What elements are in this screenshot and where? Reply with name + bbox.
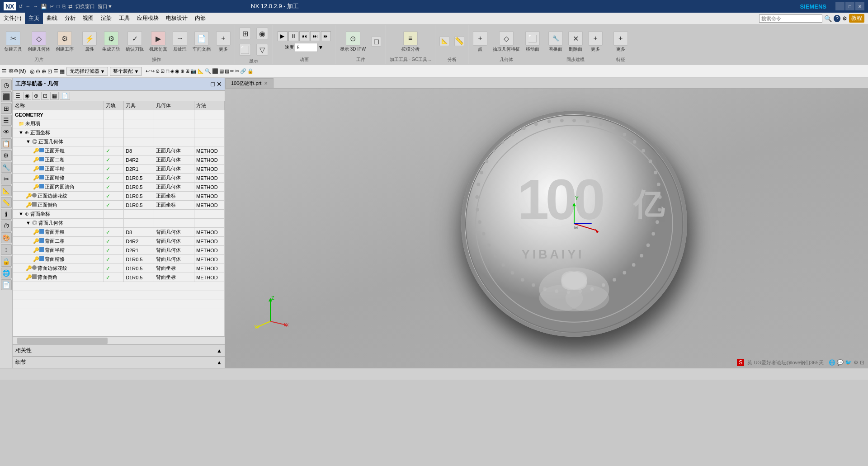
filter-dropdown[interactable]: 无选择过滤器 ▼ bbox=[66, 67, 108, 76]
help-icon[interactable]: ? bbox=[834, 15, 840, 22]
table-row[interactable]: 🔑背面边缘花纹 ✓ D1R0.5 背面坐标 METHOD bbox=[13, 264, 225, 273]
pause-button[interactable]: ⏸ bbox=[288, 31, 298, 41]
sidebar-network-icon[interactable]: 🌐 bbox=[1, 268, 12, 278]
table-row[interactable]: 🔑背面倒角 ✓ D1R0.5 背面坐标 METHOD bbox=[13, 273, 225, 282]
speed-input[interactable] bbox=[295, 43, 317, 52]
point-button[interactable]: + 点 bbox=[471, 30, 490, 53]
table-row[interactable]: 🔑正面内圆清角 ✓ D1R0.5 正面几何体 METHOD bbox=[13, 183, 225, 192]
panel-scrollbar[interactable] bbox=[13, 336, 225, 344]
close-button[interactable]: ✕ bbox=[855, 2, 864, 10]
delete-face-button[interactable]: ✕ 删除面 bbox=[566, 30, 585, 53]
extract-geom-button[interactable]: ◇ 抽取几何特征 bbox=[491, 30, 522, 53]
assembly-dropdown[interactable]: 整个装配 ▼ bbox=[110, 67, 142, 76]
sidebar-cam-icon[interactable]: ⚙ bbox=[1, 150, 12, 161]
sidebar-ref-icon[interactable]: 📐 bbox=[1, 185, 12, 196]
sidebar-constraint-icon[interactable]: ⊞ bbox=[1, 103, 12, 114]
viewport-tab[interactable]: 100亿硬币.prt ✕ bbox=[225, 78, 274, 88]
ipw-btn2[interactable]: ◻ bbox=[369, 35, 383, 49]
menu-tools[interactable]: 工具 bbox=[115, 13, 133, 24]
analysis-btn1[interactable]: 📐 bbox=[437, 35, 452, 48]
table-row[interactable]: ▼ ◎ 正面几何体 bbox=[13, 137, 225, 146]
display-btn4[interactable]: ▽ bbox=[254, 42, 270, 58]
related-section[interactable]: 相关性 ▲ bbox=[13, 344, 225, 356]
analysis-btn2[interactable]: 📏 bbox=[452, 35, 467, 48]
table-row[interactable]: 🔑正面半精 ✓ D2R1 正面几何体 METHOD bbox=[13, 165, 225, 174]
sidebar-view-icon[interactable]: 👁 bbox=[1, 127, 12, 137]
menu-view[interactable]: 视图 bbox=[79, 13, 97, 24]
table-row[interactable]: ▼ ◎ 背面几何体 bbox=[13, 219, 225, 228]
menu-curves[interactable]: 曲线 bbox=[43, 13, 61, 24]
menu-file[interactable]: 文件(F) bbox=[0, 13, 25, 24]
menu-analysis[interactable]: 分析 bbox=[61, 13, 79, 24]
sidebar-page-icon[interactable]: 📄 bbox=[1, 279, 12, 290]
properties-button[interactable]: ⚡ 属性 bbox=[80, 30, 99, 53]
menu-electrode[interactable]: 电极设计 bbox=[162, 13, 191, 24]
sidebar-color-icon[interactable]: 🎨 bbox=[1, 232, 12, 243]
sidebar-history-icon[interactable]: ◷ bbox=[1, 80, 12, 90]
table-row[interactable]: 🔑正面二相 ✓ D4R2 正面几何体 METHOD bbox=[13, 155, 225, 165]
speed-dropdown[interactable]: ▼ bbox=[318, 44, 324, 51]
table-row[interactable]: 🔑背面半精 ✓ D2R1 背面几何体 METHOD bbox=[13, 246, 225, 255]
table-row[interactable]: 🔑正面开粗 ✓ D8 正面几何体 METHOD bbox=[13, 146, 225, 155]
sidebar-nav-icon[interactable]: ☰ bbox=[1, 115, 12, 126]
tab-close-icon[interactable]: ✕ bbox=[264, 81, 268, 86]
sidebar-info-icon[interactable]: ℹ bbox=[1, 209, 12, 220]
search-icon[interactable]: 🔍 bbox=[824, 15, 832, 22]
prev-button[interactable]: ⏮ bbox=[299, 31, 309, 41]
panel-maximize-icon[interactable]: □ bbox=[211, 80, 215, 88]
table-row[interactable]: ▼ ⊕ 正面坐标 bbox=[13, 128, 225, 137]
menu-m-icon[interactable]: ☰ bbox=[2, 68, 7, 75]
panel-close-icon[interactable]: ✕ bbox=[217, 80, 222, 88]
machine-sim-button[interactable]: ▶ 机床仿真 bbox=[147, 30, 170, 53]
sidebar-lock-icon[interactable]: 🔒 bbox=[1, 256, 12, 267]
panel-scroll-thumb[interactable] bbox=[17, 338, 108, 344]
display-btn2[interactable]: ◉ bbox=[254, 26, 270, 42]
viewport-3d[interactable]: 100 亿 YIBAIYI bbox=[225, 89, 868, 368]
sidebar-measure-icon[interactable]: 📏 bbox=[1, 197, 12, 208]
search-input[interactable] bbox=[759, 14, 822, 23]
table-row[interactable]: GEOMETRY bbox=[13, 110, 225, 119]
move-face-button[interactable]: ⬜ 移动面 bbox=[523, 30, 542, 53]
create-geometry-button[interactable]: ◇ 创建几何体 bbox=[25, 30, 52, 53]
generate-path-button[interactable]: ⚙ 生成刀轨 bbox=[100, 30, 123, 53]
menu-internal[interactable]: 内部 bbox=[191, 13, 209, 24]
settings-icon[interactable]: ⚙ bbox=[842, 15, 847, 22]
sidebar-model-icon[interactable]: ⬛ bbox=[1, 91, 12, 102]
table-row[interactable]: 🔑正面边缘花纹 ✓ D1R0.5 正面坐标 METHOD bbox=[13, 192, 225, 201]
more-ops-button[interactable]: + 更多 bbox=[214, 30, 233, 53]
show-3d-ipw-button[interactable]: ⊙ 显示 3D IPW bbox=[338, 30, 368, 53]
verify-path-button[interactable]: ✓ 确认刀轨 bbox=[123, 30, 146, 53]
sidebar-section-icon[interactable]: ✂ bbox=[1, 174, 12, 184]
display-btn1[interactable]: ⊞ bbox=[237, 26, 253, 42]
menu-m-label[interactable]: 菜单(M) bbox=[9, 68, 26, 75]
menu-home[interactable]: 主页 bbox=[25, 13, 43, 24]
menu-appmodule[interactable]: 应用模块 bbox=[133, 13, 162, 24]
table-row[interactable]: 🔑背面开粗 ✓ D8 背面几何体 METHOD bbox=[13, 228, 225, 237]
sidebar-clock-icon[interactable]: ⏱ bbox=[1, 221, 12, 231]
table-row[interactable]: 🔑背面精修 ✓ D1R0.5 背面几何体 METHOD bbox=[13, 255, 225, 264]
sidebar-layer-icon[interactable]: 📋 bbox=[1, 138, 12, 149]
create-operation-button[interactable]: ⚙ 创建工序 bbox=[53, 30, 76, 53]
table-row[interactable]: 📁 未用项 bbox=[13, 119, 225, 128]
table-row[interactable]: 🔑背面二相 ✓ D4R2 背面几何体 METHOD bbox=[13, 237, 225, 246]
support-icon[interactable]: 教程 bbox=[849, 14, 864, 23]
table-row[interactable]: 🔑正面倒角 ✓ D1R0.5 正面坐标 METHOD bbox=[13, 201, 225, 210]
restore-button[interactable]: □ bbox=[845, 2, 854, 10]
sidebar-tool-icon[interactable]: 🔧 bbox=[1, 162, 12, 173]
play-button[interactable]: ▶ bbox=[278, 31, 288, 41]
more-sync-button[interactable]: + 更多 bbox=[586, 30, 605, 53]
next-button[interactable]: ⏭ bbox=[310, 31, 320, 41]
table-row[interactable]: 🔑正面精修 ✓ D1R0.5 正面几何体 METHOD bbox=[13, 174, 225, 183]
end-button[interactable]: ⏭ bbox=[321, 31, 331, 41]
minimize-button[interactable]: — bbox=[835, 2, 844, 10]
sidebar-move-icon[interactable]: ↕ bbox=[1, 244, 12, 255]
postprocess-button[interactable]: → 后处理 bbox=[170, 30, 189, 53]
more-feature-button[interactable]: + 更多 bbox=[611, 30, 630, 53]
mold-analysis-button[interactable]: ≡ 按模分析 bbox=[399, 30, 422, 53]
display-btn3[interactable]: ⬜ bbox=[237, 42, 253, 58]
menu-render[interactable]: 渲染 bbox=[97, 13, 115, 24]
replace-face-button[interactable]: 🔧 替换面 bbox=[546, 30, 565, 53]
shop-doc-button[interactable]: 📄 车间文档 bbox=[190, 30, 213, 53]
table-row[interactable]: ▼ ⊕ 背面坐标 bbox=[13, 210, 225, 219]
detail-section[interactable]: 细节 ▲ bbox=[13, 356, 225, 368]
